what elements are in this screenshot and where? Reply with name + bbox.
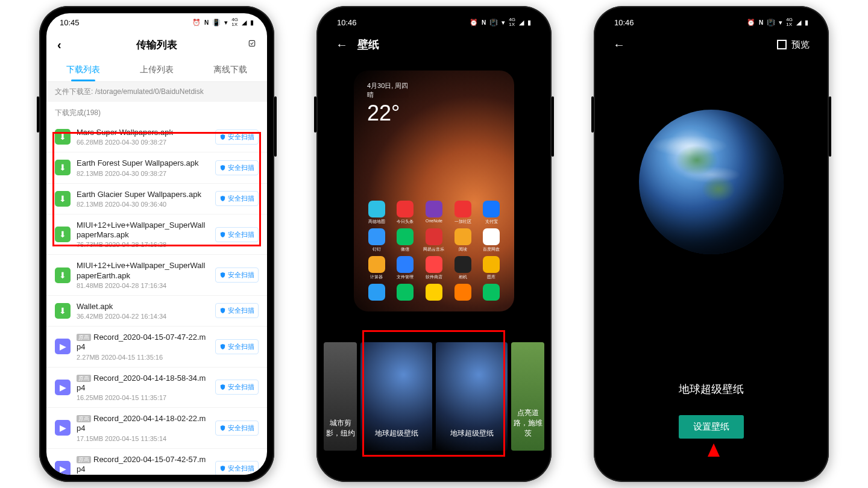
signal-icon: 4G1X: [786, 17, 793, 27]
weather-temp: 22°: [367, 101, 408, 126]
list-item[interactable]: ▶ 原画Record_2020-04-14-18-58-34.mp4 16.25…: [46, 368, 267, 408]
wallpaper-thumbnails: 城市剪影，纽约 地球超级壁纸 地球超级壁纸 点亮道路，施维茨: [324, 342, 544, 451]
list-item[interactable]: ▶ 原画Record_2020-04-15-07-42-57.mp4 4.97M…: [46, 449, 267, 475]
app-icon[interactable]: 微信: [392, 228, 419, 252]
list-item[interactable]: ▶ 原画Record_2020-04-15-07-47-22.mp4 2.27M…: [46, 327, 267, 368]
battery-icon: ▮: [527, 19, 531, 27]
app-icon[interactable]: OneNote: [421, 201, 447, 225]
app-icon[interactable]: [392, 284, 419, 302]
app-icon[interactable]: [363, 284, 390, 302]
set-wallpaper-button[interactable]: 设置壁纸: [679, 415, 744, 439]
app-icon[interactable]: 百度网盘: [478, 228, 505, 252]
app-header: ‹ 传输列表: [46, 31, 267, 58]
back-icon[interactable]: ‹: [57, 38, 61, 52]
security-scan-button[interactable]: 安全扫描: [215, 191, 259, 206]
app-icon[interactable]: 文件管理: [392, 256, 419, 280]
quality-badge: 原画: [77, 375, 91, 382]
vibrate-icon: 📳: [212, 19, 221, 27]
app-icon-square: [483, 228, 500, 245]
file-meta: 66.28MB 2020-04-30 09:38:27: [77, 139, 209, 146]
app-icon[interactable]: [478, 284, 505, 302]
app-icon[interactable]: 相机: [450, 256, 476, 280]
tab-offline[interactable]: 离线下载: [213, 64, 247, 75]
vibrate-icon: 📳: [767, 19, 775, 27]
security-scan-button[interactable]: 安全扫描: [215, 130, 259, 145]
app-icon-square: [483, 256, 500, 273]
app-icon[interactable]: 软件商店: [421, 256, 447, 280]
file-info: Earth Glacier Super Wallpapers.apk 82.13…: [77, 190, 209, 208]
file-info: 原画Record_2020-04-15-07-42-57.mp4 4.97MB …: [77, 455, 209, 475]
screen-1: 10:45 ⏰ N 📳 ▾ 4G1X ◢ ▮ ‹ 传输列表 下载列表 上传列表 …: [46, 13, 267, 475]
app-icon[interactable]: 网易云音乐: [421, 228, 447, 252]
quality-badge: 原画: [77, 415, 91, 422]
list-item[interactable]: ⬇ Wallet.apk 36.42MB 2020-04-22 16:14:34…: [46, 296, 267, 327]
list-item[interactable]: ⬇ MIUI+12+Live+Wallpaper_SuperWallpaperE…: [46, 255, 267, 296]
app-icon[interactable]: [450, 284, 476, 302]
tabs: 下载列表 上传列表 离线下载: [46, 58, 267, 82]
page-title: 壁纸: [357, 37, 379, 52]
wallpaper-thumb[interactable]: 地球超级壁纸: [360, 342, 432, 451]
app-icon[interactable]: 支付宝: [478, 201, 505, 225]
status-time: 10:46: [337, 18, 357, 27]
page-title: 传输列表: [136, 38, 177, 52]
file-meta: 76.73MB 2020-04-28 17:16:28: [77, 241, 209, 248]
list-item[interactable]: ⬇ Earth Forest Super Wallpapers.apk 82.1…: [46, 152, 267, 183]
app-icon-square: [454, 256, 471, 273]
app-header: ← 壁纸: [324, 31, 544, 58]
wallpaper-thumb[interactable]: 点亮道路，施维茨: [511, 342, 544, 451]
download-list[interactable]: ⬇ Mars Super Wallpapers.apk 66.28MB 2020…: [46, 122, 267, 475]
app-icon-square: [368, 228, 385, 245]
app-icon[interactable]: 高德地图: [363, 201, 390, 225]
app-label: 一加社区: [454, 219, 471, 225]
battery-icon: ▮: [250, 19, 254, 27]
list-item[interactable]: ⬇ Mars Super Wallpapers.apk 66.28MB 2020…: [46, 122, 267, 152]
security-scan-button[interactable]: 安全扫描: [215, 380, 259, 395]
app-icon-square: [483, 284, 500, 301]
file-type-icon: ⬇: [55, 227, 71, 242]
security-scan-button[interactable]: 安全扫描: [215, 461, 259, 475]
file-info: MIUI+12+Live+Wallpaper_SuperWallpaperMar…: [77, 221, 209, 249]
edit-icon[interactable]: [248, 39, 256, 51]
wallpaper-thumb[interactable]: 城市剪影，纽约: [324, 342, 357, 451]
app-icon[interactable]: 计算器: [363, 256, 390, 280]
list-item[interactable]: ⬇ Earth Glacier Super Wallpapers.apk 82.…: [46, 184, 267, 214]
security-scan-button[interactable]: 安全扫描: [215, 160, 259, 175]
back-icon[interactable]: ←: [613, 38, 625, 52]
app-label: 图库: [487, 274, 495, 280]
signal-icon: 4G1X: [509, 17, 515, 27]
security-scan-button[interactable]: 安全扫描: [215, 267, 259, 283]
thumb-label: 地球超级壁纸: [450, 428, 494, 439]
earth-illustration: [639, 110, 784, 254]
wallpaper-preview[interactable]: 4月30日, 周四晴 22° 高德地图今日头条OneNote一加社区支付宝钉钉微…: [354, 70, 514, 311]
quality-badge: 原画: [77, 456, 91, 463]
list-item[interactable]: ▶ 原画Record_2020-04-14-18-02-22.mp4 17.15…: [46, 408, 267, 449]
list-item[interactable]: ⬇ MIUI+12+Live+Wallpaper_SuperWallpaperM…: [46, 214, 267, 255]
app-icon-square: [426, 201, 442, 217]
phone-frame-1: 10:45 ⏰ N 📳 ▾ 4G1X ◢ ▮ ‹ 传输列表 下载列表 上传列表 …: [39, 6, 274, 482]
security-scan-button[interactable]: 安全扫描: [215, 421, 259, 436]
app-icon[interactable]: 图库: [478, 256, 505, 280]
file-type-icon: ▶: [55, 420, 71, 436]
app-icon[interactable]: 今日头条: [392, 201, 419, 225]
nfc-icon: N: [204, 19, 209, 26]
security-scan-button[interactable]: 安全扫描: [215, 303, 259, 318]
back-icon[interactable]: ←: [336, 38, 348, 52]
app-icon[interactable]: 阅读: [450, 228, 476, 252]
file-info: 原画Record_2020-04-15-07-47-22.mp4 2.27MB …: [77, 333, 209, 361]
tab-download[interactable]: 下载列表: [66, 64, 100, 75]
security-scan-button[interactable]: 安全扫描: [215, 227, 259, 242]
file-info: 原画Record_2020-04-14-18-02-22.mp4 17.15MB…: [77, 414, 209, 442]
security-scan-button[interactable]: 安全扫描: [215, 339, 259, 354]
thumb-label: 地球超级壁纸: [375, 428, 418, 439]
app-header: ← 预览: [601, 31, 822, 58]
vibrate-icon: 📳: [489, 19, 498, 27]
app-label: 相机: [459, 274, 467, 280]
app-icon[interactable]: [421, 284, 447, 302]
wallpaper-thumb[interactable]: 地球超级壁纸: [436, 342, 508, 451]
wifi-icon: ▾: [224, 19, 228, 27]
app-icon[interactable]: 钉钉: [363, 228, 390, 252]
tab-upload[interactable]: 上传列表: [140, 64, 174, 75]
preview-toggle[interactable]: 预览: [777, 39, 810, 51]
app-icon[interactable]: 一加社区: [450, 201, 476, 225]
nfc-icon: N: [759, 19, 763, 26]
